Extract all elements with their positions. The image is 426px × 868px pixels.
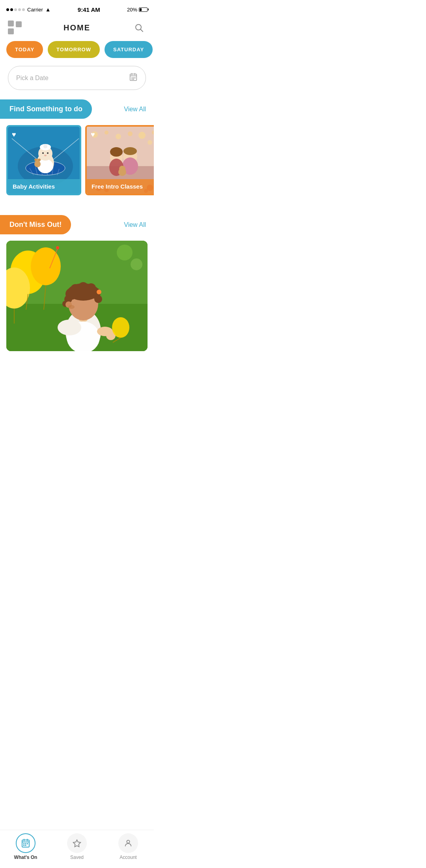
svg-point-33 — [38, 159, 41, 161]
svg-point-29 — [44, 155, 47, 156]
svg-point-28 — [47, 152, 49, 154]
pill-saturday[interactable]: SATURDAY — [105, 41, 153, 58]
svg-point-73 — [131, 258, 142, 270]
logo-sq2 — [16, 21, 22, 27]
signal-dot-1 — [6, 8, 9, 11]
svg-point-27 — [42, 152, 44, 154]
logo-sq3 — [8, 28, 14, 34]
svg-line-1 — [141, 30, 143, 32]
signal-dot-3 — [14, 8, 17, 11]
svg-point-38 — [116, 134, 121, 139]
card-free-intro[interactable]: ♥ Free Intro Classes — [85, 125, 154, 195]
svg-rect-9 — [131, 79, 133, 80]
svg-point-32 — [34, 159, 37, 161]
signal-dot-5 — [22, 8, 25, 11]
card-baby-activities[interactable]: ♥ Baby Activities — [6, 125, 81, 195]
calendar-icon — [129, 73, 138, 83]
svg-point-40 — [138, 132, 146, 139]
card-label-classes: Free Intro Classes — [87, 179, 154, 194]
svg-point-93 — [94, 295, 102, 303]
featured-illustration — [6, 241, 148, 351]
date-picker-placeholder: Pick a Date — [16, 75, 49, 82]
svg-rect-10 — [133, 79, 134, 80]
svg-point-101 — [112, 317, 129, 338]
svg-point-50 — [119, 166, 125, 172]
dont-miss-section: Don't Miss Out! View All — [0, 215, 154, 351]
svg-rect-7 — [133, 77, 134, 79]
svg-point-48 — [110, 147, 123, 157]
page-title: HOME — [64, 23, 90, 32]
logo-icon — [8, 21, 22, 35]
signal-dot-4 — [18, 8, 21, 11]
svg-point-42 — [148, 140, 152, 145]
wifi-icon: ▲ — [45, 6, 51, 13]
svg-point-45 — [123, 147, 137, 155]
dont-miss-header: Don't Miss Out! View All — [0, 215, 154, 241]
pill-today[interactable]: TODAY — [6, 41, 43, 58]
svg-point-39 — [128, 131, 133, 136]
find-view-all-link[interactable]: View All — [124, 106, 154, 113]
card-label-baby: Baby Activities — [8, 179, 80, 194]
signal-dot-2 — [10, 8, 13, 11]
heart-icon-baby[interactable]: ♥ — [12, 131, 16, 139]
svg-point-81 — [56, 246, 59, 249]
svg-point-97 — [68, 305, 75, 309]
status-bar: Carrier ▲ 9:41 AM 20% — [0, 0, 154, 17]
logo-sq1 — [8, 21, 14, 26]
svg-point-98 — [58, 320, 81, 335]
svg-point-91 — [78, 282, 88, 292]
find-section: Find Something to do View All — [0, 99, 154, 207]
search-icon — [134, 23, 144, 32]
find-section-header: Find Something to do View All — [0, 99, 154, 125]
featured-image — [6, 241, 148, 351]
featured-image-wrapper[interactable] — [6, 241, 148, 351]
find-section-title: Find Something to do — [0, 99, 92, 119]
date-picker-wrapper: Pick a Date — [0, 66, 154, 99]
battery-icon — [139, 7, 148, 12]
date-picker-input[interactable]: Pick a Date — [8, 66, 146, 90]
svg-point-75 — [31, 247, 61, 285]
svg-point-37 — [105, 131, 108, 135]
header: HOME — [0, 17, 154, 41]
search-button[interactable] — [132, 21, 146, 35]
svg-rect-6 — [131, 77, 133, 79]
status-right: 20% — [127, 7, 148, 13]
svg-point-26 — [43, 144, 47, 148]
svg-point-95 — [97, 290, 101, 294]
date-pills-row: TODAY TOMORROW SATURDAY SUNDAY — [0, 41, 154, 66]
status-time: 9:41 AM — [78, 6, 100, 13]
battery-percent: 20% — [127, 7, 137, 13]
dont-miss-view-all[interactable]: View All — [124, 221, 154, 228]
svg-rect-8 — [135, 77, 136, 79]
carrier-label: Carrier — [27, 7, 43, 13]
logo-sq4 — [16, 28, 22, 35]
signal-dots — [6, 8, 25, 11]
heart-icon-classes[interactable]: ♥ — [91, 131, 95, 139]
status-left: Carrier ▲ — [6, 6, 51, 13]
pill-tomorrow[interactable]: TOMORROW — [48, 41, 100, 58]
activity-cards-row: ♥ Baby Activities — [0, 125, 154, 207]
battery-fill — [140, 8, 142, 11]
dont-miss-title: Don't Miss Out! — [0, 215, 71, 234]
svg-point-72 — [117, 245, 133, 260]
